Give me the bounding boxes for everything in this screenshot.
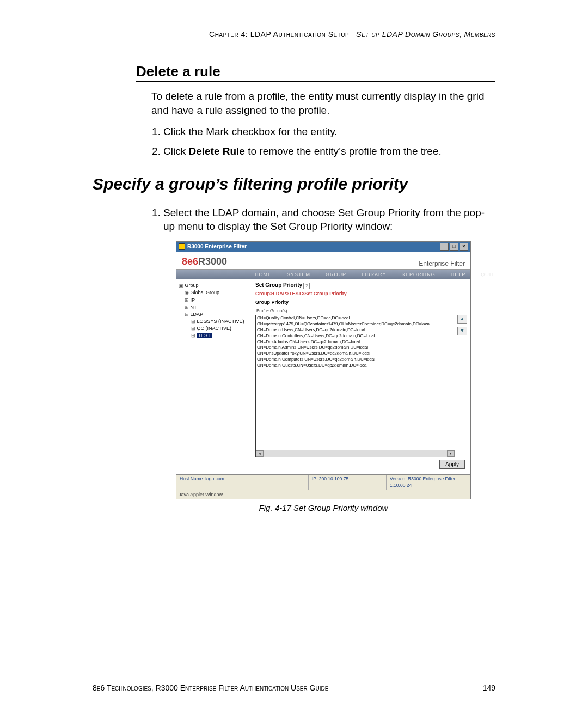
page-number: 149 [483, 684, 495, 692]
menu-bar: HOME SYSTEM GROUP LIBRARY REPORTING HELP… [176, 270, 470, 279]
list-item[interactable]: CN=Quality Control,CN=Users,DC=qc,DC=loc… [256, 315, 455, 321]
tree-pane[interactable]: ▣ Group ◉ Global Group ⊞ IP ⊞ NT ⊟ LDAP … [176, 279, 252, 474]
tree-global-group[interactable]: ◉ Global Group [184, 289, 249, 296]
tree-qc[interactable]: ⊞ QC (INACTIVE) [191, 325, 249, 332]
list-item[interactable]: CN=Domain Controllers,CN=Users,DC=qc2dom… [256, 333, 455, 339]
status-version: Version: R3000 Enterprise Filter 1.10.00… [387, 475, 470, 490]
brand-strip: 8e6R3000 Enterprise Filter [176, 252, 470, 270]
scroll-left-icon[interactable]: ◂ [256, 450, 264, 457]
header-chapter: Chapter 4: LDAP Authentication Setup [209, 30, 349, 39]
brand-logo: 8e6R3000 [182, 255, 227, 268]
running-header: Chapter 4: LDAP Authentication Setup Set… [93, 30, 495, 41]
applet-window-label: Java Applet Window [176, 490, 470, 499]
expand-icon[interactable]: ⊞ [191, 325, 195, 332]
tree-root[interactable]: ▣ Group [179, 282, 249, 289]
section-step-1: Select the LDAP domain, and choose Set G… [163, 206, 495, 234]
app-window: R3000 Enterprise Filter _ □ × 8e6R3000 E… [176, 241, 471, 500]
group-icon: ▣ [179, 282, 183, 289]
globe-icon: ◉ [184, 289, 189, 296]
maximize-button[interactable]: □ [450, 243, 458, 251]
step-2-bold: Delete Rule [188, 145, 244, 157]
list-item[interactable]: CN=qctestgrp1479,OU=QCcontainer1479,OU=M… [256, 321, 455, 327]
status-host: Host Name: logo.com [176, 475, 309, 490]
list-item[interactable]: CN=Domain Admins,CN=Users,DC=qc2domain,D… [256, 345, 455, 351]
tree-logsys[interactable]: ⊞ LOGSYS (INACTIVE) [191, 318, 249, 325]
brand-subtitle: Enterprise Filter [419, 259, 465, 268]
collapse-icon[interactable]: ⊟ [184, 311, 189, 318]
window-titlebar: R3000 Enterprise Filter _ □ × [176, 242, 470, 252]
right-pane: Set Group Priority? Group>LDAP>TEST>Set … [252, 279, 470, 474]
brand-red: 8e6 [182, 256, 198, 267]
expand-icon[interactable]: ⊞ [191, 318, 195, 325]
step-1: Click the Mark checkbox for the entity. [163, 125, 495, 139]
subsection-title-delete-rule: Delete a rule [136, 63, 495, 82]
group-priority-label: Group Priority [255, 299, 467, 306]
apply-button[interactable]: Apply [439, 460, 465, 469]
profile-groups-label: Profile Group(s) [256, 308, 467, 314]
minimize-button[interactable]: _ [440, 243, 449, 251]
menu-home[interactable]: HOME [247, 270, 279, 279]
section-title-priority: Specify a group’s filtering profile prio… [93, 175, 495, 196]
scroll-right-icon[interactable]: ▸ [447, 450, 455, 457]
horizontal-scrollbar[interactable]: ◂ ▸ [256, 450, 455, 457]
menu-system[interactable]: SYSTEM [279, 270, 318, 279]
expand-icon[interactable]: ⊞ [191, 332, 195, 339]
menu-library[interactable]: LIBRARY [354, 270, 394, 279]
close-button[interactable]: × [460, 243, 468, 251]
step-2-pre: Click [163, 145, 188, 157]
tree-nt[interactable]: ⊞ NT [184, 304, 249, 310]
status-ip: IP: 200.10.100.75 [309, 475, 387, 490]
brand-rest: R3000 [198, 256, 227, 267]
window-title: R3000 Enterprise Filter [187, 243, 247, 251]
list-item[interactable]: CN=DnsAdmins,CN=Users,DC=qc2domain,DC=lo… [256, 339, 455, 345]
expand-icon[interactable]: ⊞ [184, 297, 189, 303]
menu-reporting[interactable]: REPORTING [394, 270, 443, 279]
step-2: Click Delete Rule to remove the entity’s… [163, 144, 495, 158]
tree-test[interactable]: ⊞ TEST [191, 332, 249, 339]
status-bar: Host Name: logo.com IP: 200.10.100.75 Ve… [176, 474, 470, 490]
header-section: Set up LDAP Domain Groups, Members [356, 30, 495, 39]
list-item[interactable]: CN=Domain Guests,CN=Users,DC=qc2domain,D… [256, 363, 455, 369]
move-up-button[interactable]: ▲ [457, 315, 467, 324]
tree-ip[interactable]: ⊞ IP [184, 297, 249, 303]
app-icon [179, 243, 185, 250]
move-down-button[interactable]: ▼ [457, 327, 467, 335]
profile-groups-listbox[interactable]: CN=Quality Control,CN=Users,DC=qc,DC=loc… [255, 315, 455, 457]
list-item[interactable]: CN=DnsUpdateProxy,CN=Users,DC=qc2domain,… [256, 351, 455, 357]
help-icon[interactable]: ? [303, 283, 310, 289]
tree-ldap[interactable]: ⊟ LDAP [184, 311, 249, 318]
menu-group[interactable]: GROUP [318, 270, 354, 279]
panel-title: Set Group Priority? [255, 282, 467, 289]
step-2-post: to remove the entity’s profile from the … [245, 145, 442, 157]
breadcrumb: Group>LDAP>TEST>Set Group Priority [255, 290, 467, 297]
list-item[interactable]: CN=Domain Users,CN=Users,DC=qc2domain,DC… [256, 327, 455, 333]
menu-help[interactable]: HELP [443, 270, 474, 279]
intro-paragraph: To delete a rule from a profile, the ent… [151, 89, 495, 117]
menu-quit[interactable]: QUIT [473, 270, 503, 279]
expand-icon[interactable]: ⊞ [184, 304, 189, 310]
figure-caption: Fig. 4-17 Set Group Priority window [151, 503, 495, 514]
footer-guide-title: 8e6 Technologies, R3000 Enterprise Filte… [93, 684, 328, 692]
list-item[interactable]: CN=Domain Computers,CN=Users,DC=qc2domai… [256, 357, 455, 363]
